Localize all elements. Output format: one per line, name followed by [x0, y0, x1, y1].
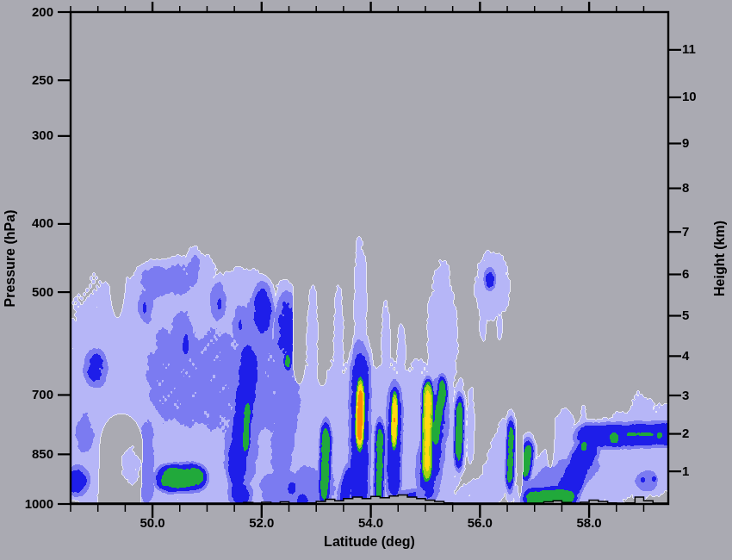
latitude-axis-title: Latitude (deg) [283, 534, 456, 550]
height-axis-title: Height (km) [712, 198, 728, 319]
contour-figure: 2002503004005007008501000123456789101150… [0, 0, 732, 560]
pressure-tick-label: 250 [2, 72, 53, 88]
height-tick-label: 2 [682, 426, 716, 441]
latitude-tick-label: 54.0 [345, 515, 397, 531]
pressure-axis-title: Pressure (hPa) [3, 198, 18, 319]
pressure-tick-label: 300 [2, 128, 53, 143]
pressure-tick-label: 200 [2, 4, 53, 20]
height-tick-label: 1 [682, 464, 716, 479]
latitude-tick-label: 56.0 [454, 515, 506, 531]
pressure-tick-label: 850 [2, 446, 53, 462]
pressure-tick-label: 700 [2, 387, 53, 402]
height-tick-label: 8 [682, 180, 716, 196]
latitude-tick-label: 58.0 [563, 515, 615, 531]
height-tick-label: 11 [682, 41, 716, 57]
contour-chart-canvas [0, 0, 732, 560]
latitude-tick-label: 52.0 [236, 515, 288, 531]
pressure-tick-label: 1000 [2, 496, 53, 512]
height-tick-label: 4 [682, 348, 716, 364]
height-tick-label: 7 [682, 224, 716, 240]
height-tick-label: 5 [682, 308, 716, 323]
height-tick-label: 10 [682, 89, 716, 104]
height-tick-label: 9 [682, 135, 716, 151]
height-tick-label: 3 [682, 388, 716, 403]
height-tick-label: 6 [682, 266, 716, 282]
latitude-tick-label: 50.0 [127, 515, 178, 531]
